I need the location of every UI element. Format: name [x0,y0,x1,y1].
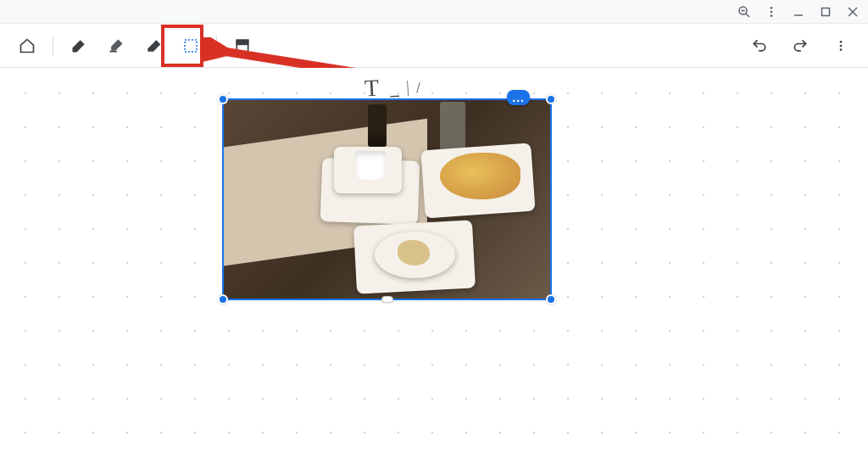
image-content [224,100,550,299]
highlighter-tool[interactable] [99,29,133,63]
eraser-tool[interactable] [136,29,170,63]
svg-rect-11 [185,40,197,52]
cup [355,151,386,180]
window-titlebar [0,0,868,24]
resize-handle-bottom-mid[interactable] [381,296,393,303]
svg-point-3 [771,7,773,9]
minimize-button[interactable] [790,3,807,20]
insert-image-tool[interactable] [225,29,259,63]
resize-handle-bottom-left[interactable] [218,294,228,305]
kebab-menu-icon[interactable] [763,3,780,20]
undo-button[interactable] [743,29,776,63]
svg-line-1 [746,14,749,17]
svg-point-15 [840,44,843,47]
toolbar-separator [53,36,53,56]
main-toolbar [0,24,868,68]
svg-rect-13 [236,40,248,44]
resize-handle-top-right[interactable] [546,94,556,104]
select-tool[interactable] [174,29,208,63]
svg-point-16 [840,48,843,51]
svg-rect-10 [110,50,117,52]
selected-image[interactable]: ... [222,98,552,300]
svg-point-4 [771,10,773,13]
glass [368,104,387,147]
svg-rect-7 [822,8,830,15]
toolbar-separator [216,36,217,56]
close-button[interactable] [844,3,861,20]
redo-button[interactable] [783,29,817,63]
ink-sketch: ⎯ ⎮ / [389,79,420,98]
pen-tool[interactable] [62,29,96,63]
maximize-button[interactable] [817,3,834,20]
canvas[interactable]: T ⎯ ⎮ / ... [0,68,868,464]
omelette [440,153,520,199]
svg-point-5 [771,14,773,17]
image-options-button[interactable]: ... [507,90,530,105]
zoom-out-icon[interactable] [736,3,753,20]
resize-handle-top-left[interactable] [218,94,228,104]
home-button[interactable] [10,29,44,63]
resize-handle-bottom-right[interactable] [546,294,556,305]
more-menu-button[interactable] [824,29,858,63]
svg-point-14 [840,41,843,43]
